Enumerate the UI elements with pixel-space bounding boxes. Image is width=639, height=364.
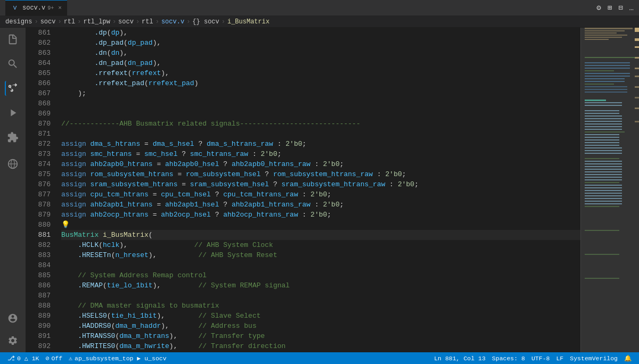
line-num-874: 874 (26, 159, 51, 169)
code-line-883: .HRESETn(n_hreset), // AHB System Reset (61, 250, 580, 260)
settings-icon[interactable]: ⚙ (596, 3, 601, 12)
minimap-content (580, 28, 639, 352)
line-num-873: 873 (26, 149, 51, 159)
line-num-872: 872 (26, 139, 51, 149)
line-num-883: 883 (26, 250, 51, 260)
tab-badge: 9+ (47, 5, 54, 11)
breadcrumb-file[interactable]: socv.v (161, 18, 184, 26)
activity-files-icon[interactable] (5, 32, 20, 47)
warning-text: ap_subsystem_top ▶ u_socv (75, 354, 167, 362)
warning-icon: ⚠ (69, 354, 72, 362)
more-icon[interactable]: … (629, 4, 634, 12)
code-line-882: .HCLK(hclk), // AHB System Clock (61, 240, 580, 250)
layout-icon[interactable]: ⊞ (608, 3, 612, 12)
status-branch[interactable]: ⎇ 0 △ 1K (4, 352, 42, 364)
code-line-887 (61, 291, 580, 301)
code-line-878: assign ahb2apb1_htrans = ahb2apb1_hsel ?… (61, 200, 580, 210)
code-line-872: assign dma_s_htrans = dma_s_hsel ? dma_s… (61, 139, 580, 149)
minimap (580, 28, 639, 352)
title-bar-controls: ⚙ ⊞ ⊟ … (596, 3, 634, 12)
activity-settings-icon[interactable] (5, 333, 20, 348)
active-tab[interactable]: V socv.v 9+ × (5, 0, 67, 16)
line-num-887: 887 (26, 291, 51, 301)
code-line-891: .HTRANSS0(dma_m_htrans), // Transfer typ… (61, 331, 580, 341)
code-line-888: // DMA master signals to busmatrix (61, 301, 580, 311)
line-num-869: 869 (26, 109, 51, 119)
line-num-862: 862 (26, 38, 51, 48)
line-num-886: 886 (26, 280, 51, 291)
editor: 861 862 863 864 865 866 867 868 869 870 … (26, 28, 639, 352)
activity-bar (0, 28, 26, 352)
code-line-879: assign ahb2ocp_htrans = ahb2ocp_hsel ? a… (61, 210, 580, 220)
code-line-884 (61, 260, 580, 270)
breadcrumb-designs[interactable]: designs (5, 18, 32, 26)
code-line-861: .dp(dp), (61, 28, 580, 38)
code-line-880: 💡 (61, 220, 580, 230)
status-warning[interactable]: ⚠ ap_subsystem_top ▶ u_socv (65, 352, 170, 364)
split-icon[interactable]: ⊟ (618, 3, 622, 12)
code-line-868 (61, 98, 580, 109)
breadcrumb-rtl[interactable]: rtl (64, 18, 76, 26)
line-num-888: 888 (26, 301, 51, 311)
status-spaces[interactable]: Spaces: 8 (489, 355, 528, 362)
line-num-892: 892 (26, 341, 51, 351)
status-right: Ln 881, Col 13 Spaces: 8 UTF-8 LF System… (431, 354, 635, 362)
status-eol[interactable]: LF (553, 355, 567, 362)
file-icon: V (11, 4, 19, 12)
status-encoding[interactable]: UTF-8 (528, 355, 553, 362)
line-num-876: 876 (26, 179, 51, 189)
breadcrumb-socv2[interactable]: socv (118, 18, 134, 26)
breadcrumb-socv[interactable]: socv (40, 18, 56, 26)
breadcrumb-rtl-lpw[interactable]: rtl_lpw (83, 18, 110, 26)
code-line-862: .dp_pad(dp_pad), (61, 38, 580, 48)
code-line-867: ); (61, 88, 580, 98)
code-line-877: assign cpu_tcm_htrans = cpu_tcm_hsel ? c… (61, 189, 580, 200)
code-line-886: .REMAP(tie_lo_1bit), // System REMAP sig… (61, 280, 580, 291)
breadcrumb-rtl2[interactable]: rtl (142, 18, 153, 26)
code-area[interactable]: .dp(dp), .dp_pad(dp_pad), .dn(dn), .dn_p… (55, 28, 580, 352)
code-line-865: .rrefext(rrefext), (61, 68, 580, 78)
line-num-864: 864 (26, 58, 51, 68)
error-icon: ⊘ (45, 354, 49, 362)
line-num-885: 885 (26, 270, 51, 280)
line-num-868: 868 (26, 98, 51, 109)
code-line-864: .dn_pad(dn_pad), (61, 58, 580, 68)
code-line-885: // System Address Remap control (61, 270, 580, 280)
line-num-884: 884 (26, 260, 51, 270)
encoding-label: UTF-8 (531, 355, 550, 362)
line-num-867: 867 (26, 88, 51, 98)
line-num-880: 880 (26, 220, 51, 230)
line-num-879: 879 (26, 210, 51, 220)
code-line-873: assign smc_htrans = smc_hsel ? smc_htran… (61, 149, 580, 159)
status-cursor[interactable]: Ln 881, Col 13 (431, 355, 489, 362)
line-num-865: 865 (26, 68, 51, 78)
status-language[interactable]: SystemVerilog (567, 355, 621, 362)
activity-run-icon[interactable] (5, 105, 20, 120)
error-text: Off (51, 355, 62, 362)
line-num-882: 882 (26, 240, 51, 250)
line-num-878: 878 (26, 200, 51, 210)
branch-count: 0 △ 1K (17, 354, 39, 362)
activity-extensions-icon[interactable] (5, 130, 20, 145)
code-container[interactable]: 861 862 863 864 865 866 867 868 869 870 … (26, 28, 639, 352)
spaces-label: Spaces: 8 (492, 355, 525, 362)
eol-label: LF (556, 355, 563, 362)
activity-remote-icon[interactable] (5, 156, 20, 171)
activity-search-icon[interactable] (5, 56, 20, 71)
breadcrumb-symbol[interactable]: i_BusMatrix (227, 18, 269, 26)
activity-source-control-icon[interactable] (5, 81, 20, 96)
code-line-892: .HWRITES0(dma_m_hwrite), // Transfer dir… (61, 341, 580, 351)
status-errors[interactable]: ⊘ Off (42, 352, 65, 364)
status-notification[interactable]: 🔔 (621, 354, 635, 362)
activity-accounts-icon[interactable] (5, 311, 20, 326)
line-num-891: 891 (26, 331, 51, 341)
code-line-881: BusMatrix i_BusMatrix( (61, 230, 580, 240)
main-area: 861 862 863 864 865 866 867 868 869 870 … (0, 28, 639, 352)
tab-close-button[interactable]: × (58, 5, 62, 11)
svg-rect-74 (580, 28, 639, 352)
bell-icon: 🔔 (624, 354, 632, 362)
language-label: SystemVerilog (570, 355, 618, 362)
code-line-875: assign rom_subsystem_htrans = rom_subsys… (61, 169, 580, 179)
code-line-889: .HSELS0(tie_hi_1bit), // Slave Select (61, 311, 580, 321)
breadcrumb-module[interactable]: {} socv (192, 18, 219, 26)
